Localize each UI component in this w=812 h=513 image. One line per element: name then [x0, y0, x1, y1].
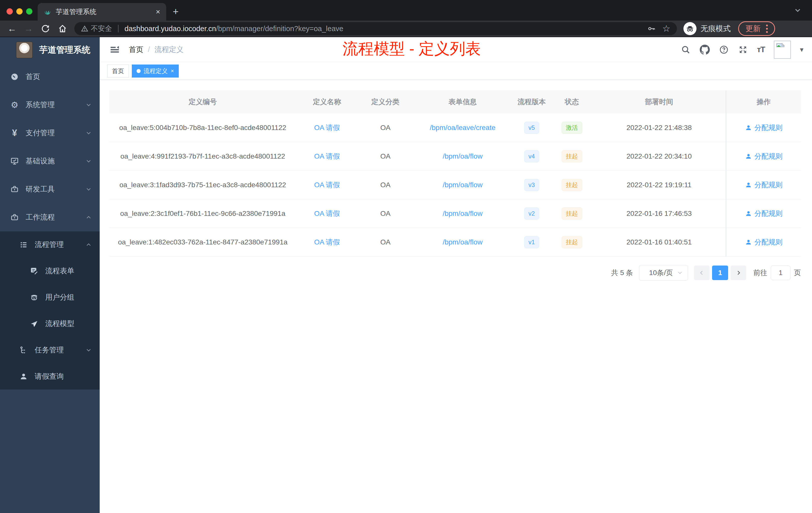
sidebar-item-system[interactable]: ⚙ 系统管理 [0, 91, 100, 119]
sidebar-item-workflow[interactable]: 工作流程 [0, 203, 100, 232]
goto-label: 前往 [753, 268, 767, 278]
definition-name-link[interactable]: OA 请假 [314, 123, 340, 132]
app-logo-row[interactable]: 芋道管理系统 [0, 37, 100, 63]
page-number-active[interactable]: 1 [712, 266, 728, 280]
version-badge: v3 [524, 179, 539, 191]
definition-name-link[interactable]: OA 请假 [314, 209, 340, 218]
incognito-badge: 无痕模式 [684, 22, 731, 35]
incognito-label: 无痕模式 [700, 24, 731, 34]
tab-close-icon[interactable]: × [156, 7, 160, 16]
browser-update-button[interactable]: 更新 [738, 21, 775, 36]
navbar-actions: тT ▾ [681, 41, 804, 59]
browser-menu-icon[interactable] [766, 25, 768, 33]
url-text[interactable]: dashboard.yudao.iocoder.cn/bpm/manager/d… [124, 25, 643, 33]
deploy-time: 2022-01-22 20:34:10 [592, 142, 726, 171]
tag-close-icon[interactable]: × [171, 68, 174, 74]
assign-rule-button[interactable]: 分配规则 [745, 237, 783, 247]
chevron-down-icon [677, 270, 683, 276]
version-badge: v1 [524, 236, 539, 248]
definition-id: oa_leave:1:482ec033-762a-11ec-8477-a2380… [109, 228, 296, 256]
user-icon [745, 153, 752, 160]
help-icon[interactable] [719, 45, 729, 55]
sidebar-item-home[interactable]: 首页 [0, 63, 100, 91]
user-icon [745, 239, 752, 246]
tag-home[interactable]: 首页 [107, 64, 129, 78]
search-icon[interactable] [681, 45, 691, 55]
github-icon[interactable] [700, 45, 710, 55]
browser-tab[interactable]: 芋道管理系统 × [38, 3, 166, 21]
pagination-total: 共 5 条 [611, 268, 633, 278]
list-icon [19, 240, 28, 249]
screen: 芋道管理系统 × + ← → 不安全 [0, 0, 812, 513]
sidebar-item-process-form[interactable]: 流程表单 [0, 258, 100, 284]
sidebar: 芋道管理系统 首页 ⚙ 系统管理 ¥ 支付管理 [0, 37, 100, 513]
assign-rule-button[interactable]: 分配规则 [745, 123, 783, 132]
address-bar[interactable]: 不安全 dashboard.yudao.iocoder.cn/bpm/manag… [74, 22, 677, 35]
sidebar-item-leave-query[interactable]: 请假查询 [0, 363, 100, 390]
yen-icon: ¥ [10, 128, 19, 138]
form-link[interactable]: /bpm/oa/flow [443, 238, 483, 246]
assign-rule-button[interactable]: 分配规则 [745, 209, 783, 218]
avatar-caret-icon[interactable]: ▾ [800, 46, 804, 54]
definition-name-link[interactable]: OA 请假 [314, 152, 340, 161]
sidebar-item-payment[interactable]: ¥ 支付管理 [0, 119, 100, 147]
user-icon [745, 181, 752, 188]
app-title: 芋道管理系统 [39, 44, 90, 56]
col-header: 定义编号 [109, 90, 296, 114]
security-warning[interactable]: 不安全 [81, 24, 112, 33]
version-badge: v2 [524, 208, 539, 220]
tag-process-definition[interactable]: 流程定义 × [132, 64, 179, 78]
sidebar-item-task-management[interactable]: 任务管理 [0, 337, 100, 363]
app-logo-image [16, 42, 33, 58]
chevron-up-icon [85, 241, 92, 248]
assign-rule-button[interactable]: 分配规则 [745, 152, 783, 161]
minimize-window-button[interactable] [16, 8, 23, 14]
chevron-down-icon [85, 129, 92, 137]
sidebar-item-infra[interactable]: 基础设施 [0, 147, 100, 175]
tab-search-caret-icon[interactable] [793, 6, 802, 14]
form-link[interactable]: /bpm/oa/flow [443, 152, 483, 160]
next-page-button[interactable] [731, 266, 746, 280]
user-icon [745, 124, 752, 131]
prev-page-button[interactable] [694, 266, 709, 280]
chevron-down-icon [85, 101, 92, 109]
definition-category: OA [358, 199, 413, 228]
avatar[interactable] [774, 41, 791, 59]
sidebar-item-devtools[interactable]: 研发工具 [0, 175, 100, 203]
sidebar-item-user-group[interactable]: 用户分组 [0, 284, 100, 310]
home-icon[interactable] [58, 24, 67, 33]
chevron-down-icon [85, 186, 92, 193]
form-link[interactable]: /bpm/oa/flow [443, 181, 483, 189]
browser-url-bar: ← → 不安全 dashboard.yudao.iocoder.cn/bpm/m… [0, 21, 812, 37]
assign-rule-button[interactable]: 分配规则 [745, 180, 783, 190]
page-size-select[interactable]: 10条/页 [639, 265, 688, 280]
new-tab-button[interactable]: + [173, 6, 178, 17]
version-badge: v5 [524, 122, 539, 134]
back-icon[interactable]: ← [7, 24, 17, 33]
form-link[interactable]: /bpm/oa/leave/create [430, 124, 496, 132]
goto-page-input[interactable]: 1 [771, 266, 790, 280]
breadcrumb-current: 流程定义 [154, 45, 183, 55]
sidebar-menu: 首页 ⚙ 系统管理 ¥ 支付管理 [0, 63, 100, 390]
bookmark-star-icon[interactable]: ☆ [662, 23, 670, 34]
definition-name-link[interactable]: OA 请假 [314, 180, 340, 190]
window-controls[interactable] [6, 8, 32, 14]
forward-icon[interactable]: → [24, 24, 33, 33]
zoom-window-button[interactable] [26, 8, 32, 14]
table-row: oa_leave:4:991f2193-7b7f-11ec-a3c8-acde4… [109, 142, 801, 171]
chevron-up-icon [85, 214, 92, 221]
form-link[interactable]: /bpm/oa/flow [443, 210, 483, 218]
sidebar-item-process-management[interactable]: 流程管理 [0, 232, 100, 258]
font-size-icon[interactable]: тT [757, 45, 765, 54]
breadcrumb-home[interactable]: 首页 [129, 45, 143, 55]
fullscreen-icon[interactable] [738, 45, 748, 55]
sidebar-collapse-icon[interactable] [109, 44, 120, 55]
reload-icon[interactable] [41, 24, 50, 33]
definition-name-link[interactable]: OA 请假 [314, 237, 340, 247]
table-row: oa_leave:1:482ec033-762a-11ec-8477-a2380… [109, 228, 801, 256]
key-icon[interactable] [647, 24, 656, 33]
definition-table: 定义编号 定义名称 定义分类 表单信息 流程版本 状态 部署时间 操作 oa_l… [109, 90, 801, 257]
sidebar-item-process-model[interactable]: 流程模型 [0, 310, 100, 337]
definition-category: OA [358, 114, 413, 142]
close-window-button[interactable] [6, 8, 13, 14]
